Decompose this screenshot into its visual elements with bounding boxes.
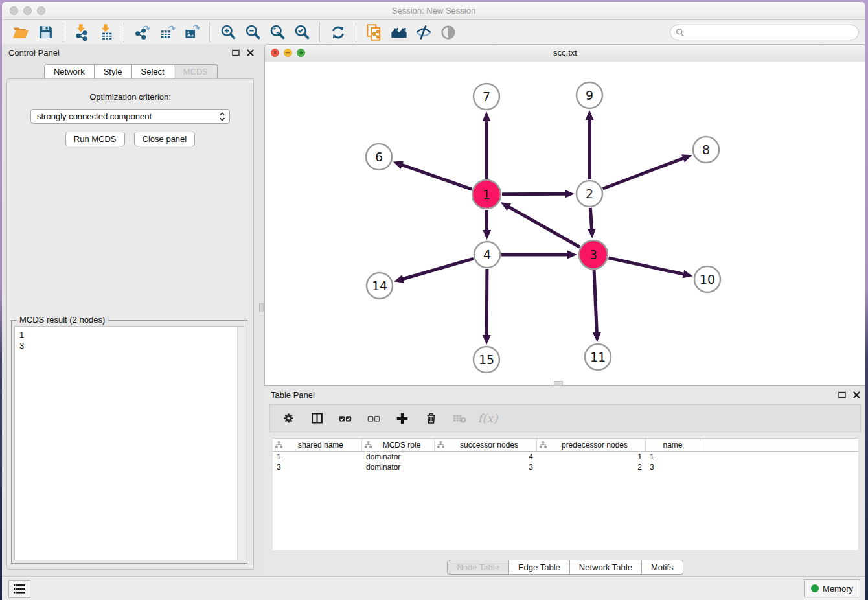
column-type-icon: [365, 441, 372, 448]
toolbar-separator: [124, 23, 125, 42]
tab-motifs[interactable]: Motifs: [642, 560, 683, 575]
graph-node-label: 1: [483, 187, 490, 202]
refresh-icon[interactable]: [329, 23, 347, 41]
import-network-icon[interactable]: [73, 23, 91, 41]
task-history-button[interactable]: [8, 580, 30, 598]
table-row[interactable]: 1 dominator 4 1 1: [273, 452, 858, 462]
network-canvas[interactable]: 7968124314101511: [265, 62, 865, 385]
memory-button[interactable]: Memory: [804, 579, 860, 597]
close-table-panel-icon[interactable]: [852, 390, 861, 399]
tab-style[interactable]: Style: [95, 64, 132, 79]
graph-edge-arrow: [567, 251, 577, 259]
graph-node-label: 10: [700, 272, 715, 286]
node-table[interactable]: shared name MCDS role successor nodes pr…: [273, 438, 858, 550]
tab-edge-table[interactable]: Edge Table: [509, 560, 570, 575]
close-panel-button[interactable]: Close panel: [134, 132, 196, 146]
column-header-name[interactable]: name: [646, 439, 700, 451]
cell-mcds-role[interactable]: dominator: [362, 463, 435, 472]
network-titlebar: × scc.txt: [265, 45, 865, 62]
save-session-icon[interactable]: [36, 23, 54, 41]
window-title: Session: New Session: [2, 2, 865, 19]
delete-table-icon[interactable]: [451, 411, 467, 426]
zoom-selected-icon[interactable]: [293, 23, 311, 41]
deselect-all-rows-icon[interactable]: [366, 411, 382, 426]
graph-edge-arrow: [565, 190, 575, 198]
delete-column-trash-icon[interactable]: [423, 411, 439, 426]
control-panel-title: Control Panel: [8, 48, 60, 58]
zoom-window-icon[interactable]: [37, 6, 45, 15]
tab-network[interactable]: Network: [44, 64, 95, 79]
table-row[interactable]: 3 dominator 3 2 3: [273, 462, 858, 472]
column-layout-icon[interactable]: [309, 411, 325, 426]
column-header-mcds-role[interactable]: MCDS role: [362, 439, 435, 451]
minimize-network-icon[interactable]: [284, 49, 292, 57]
network-window: × scc.txt 7968124314101511: [264, 44, 865, 386]
float-panel-icon[interactable]: [231, 48, 240, 57]
apply-function-icon[interactable]: f(x): [480, 411, 496, 426]
open-session-icon[interactable]: [12, 23, 30, 41]
column-header-predecessor-nodes[interactable]: predecessor nodes: [537, 439, 646, 451]
show-style-icon[interactable]: [415, 23, 433, 41]
hide-panel-eye-icon[interactable]: [439, 23, 457, 41]
table-settings-gear-icon[interactable]: [280, 411, 296, 426]
graph-edge-1-6[interactable]: [401, 165, 472, 189]
minimize-window-icon[interactable]: [23, 6, 32, 15]
zoom-in-icon[interactable]: [219, 23, 237, 41]
table-tabs: Node Table Edge Table Network Table Moti…: [264, 560, 865, 575]
tab-node-table[interactable]: Node Table: [447, 560, 509, 575]
graph-edge-3-11[interactable]: [594, 270, 597, 334]
mcds-result-area[interactable]: 1 3: [14, 326, 244, 560]
tab-select[interactable]: Select: [132, 64, 174, 79]
cell-successor-nodes[interactable]: 3: [435, 463, 537, 472]
optimization-criterion-label: Optimization criterion:: [7, 92, 253, 102]
column-header-shared-name[interactable]: shared name: [273, 439, 362, 451]
close-window-icon[interactable]: [10, 6, 18, 15]
cell-name[interactable]: 1: [646, 452, 700, 461]
add-column-icon[interactable]: [394, 411, 410, 426]
cell-predecessor-nodes[interactable]: 2: [537, 463, 646, 472]
first-neighbors-icon[interactable]: [390, 23, 408, 41]
cell-predecessor-nodes[interactable]: 1: [537, 452, 646, 461]
cell-shared-name[interactable]: 3: [273, 463, 362, 472]
cell-name[interactable]: 3: [646, 463, 700, 472]
graph-edge-4-15[interactable]: [486, 269, 487, 336]
tab-mcds[interactable]: MCDS: [174, 64, 218, 79]
criterion-dropdown[interactable]: strongly connected component: [30, 109, 230, 124]
result-scrollbar[interactable]: [237, 327, 244, 560]
search-box[interactable]: [670, 25, 859, 40]
clone-network-icon[interactable]: [365, 23, 383, 41]
vertical-splitter-handle[interactable]: [259, 303, 264, 312]
tab-network-table[interactable]: Network Table: [570, 560, 642, 575]
select-all-rows-icon[interactable]: [337, 411, 353, 426]
zoom-network-icon[interactable]: [297, 49, 305, 57]
zoom-fit-icon[interactable]: [268, 23, 286, 41]
graph-edge-2-8[interactable]: [603, 158, 685, 189]
export-network-icon[interactable]: [133, 23, 152, 41]
graph-edge-4-14[interactable]: [402, 259, 474, 279]
close-panel-icon[interactable]: [246, 48, 255, 57]
import-table-icon[interactable]: [97, 23, 115, 41]
float-table-panel-icon[interactable]: [838, 390, 847, 399]
graph-edge-2-3[interactable]: [590, 208, 591, 230]
zoom-out-icon[interactable]: [244, 23, 262, 41]
graph-edge-arrow: [593, 332, 601, 342]
column-header-filler: [700, 439, 858, 451]
horizontal-splitter-handle[interactable]: [554, 381, 563, 386]
chevron-up-down-icon: [219, 111, 225, 124]
network-graph[interactable]: 7968124314101511: [265, 62, 865, 385]
cell-shared-name[interactable]: 1: [273, 452, 362, 461]
cell-mcds-role[interactable]: dominator: [362, 452, 435, 461]
close-network-icon[interactable]: ×: [271, 49, 279, 57]
graph-edge-3-10[interactable]: [608, 258, 684, 274]
export-image-icon[interactable]: [183, 23, 201, 41]
graph-node-label: 7: [483, 89, 490, 104]
search-input[interactable]: [688, 27, 853, 38]
column-type-icon: [540, 441, 547, 448]
toolbar-separator: [356, 23, 357, 42]
run-mcds-button[interactable]: Run MCDS: [65, 132, 125, 146]
export-table-icon[interactable]: [158, 23, 176, 41]
graph-edge-3-1[interactable]: [508, 207, 580, 248]
cell-successor-nodes[interactable]: 4: [435, 452, 537, 461]
column-header-successor-nodes[interactable]: successor nodes: [435, 439, 537, 451]
graph-edge-1-2[interactable]: [502, 194, 566, 194]
